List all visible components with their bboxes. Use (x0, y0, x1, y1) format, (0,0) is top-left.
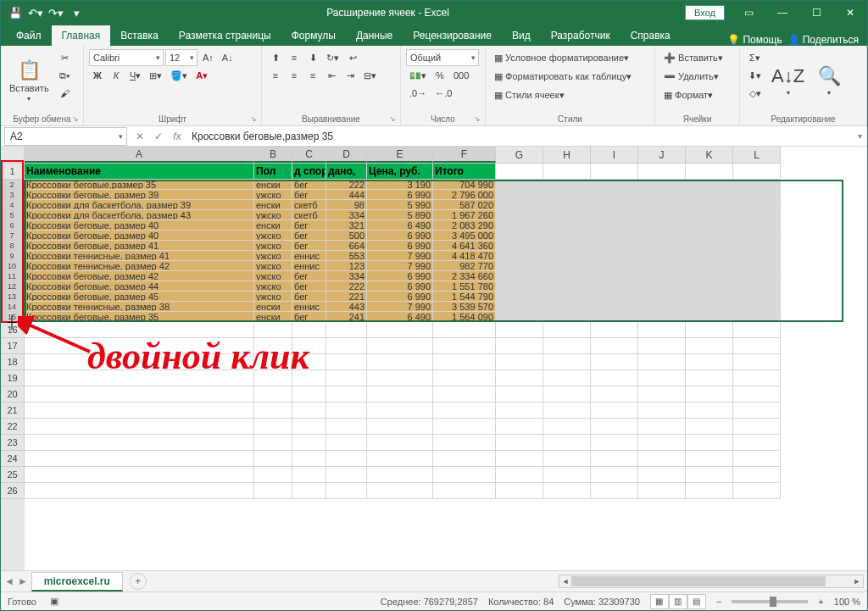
cell[interactable]: ужско (254, 210, 292, 220)
cell[interactable] (733, 386, 781, 403)
cell[interactable] (591, 241, 638, 251)
cell[interactable]: енски (254, 180, 292, 190)
cell[interactable] (638, 164, 686, 180)
cell[interactable] (496, 467, 543, 483)
fill-color-icon[interactable]: 🪣▾ (167, 67, 191, 84)
cell[interactable] (591, 370, 638, 386)
cell[interactable]: 587 020 (433, 200, 496, 210)
cell[interactable] (686, 483, 733, 499)
scroll-right-icon[interactable]: ► (851, 575, 863, 587)
cell[interactable]: 4 418 470 (433, 251, 496, 261)
align-left-icon[interactable]: ≡ (267, 67, 284, 84)
cell[interactable] (733, 261, 781, 271)
cell[interactable] (25, 451, 254, 467)
cell[interactable] (326, 435, 367, 451)
cell[interactable]: 444 (326, 190, 367, 200)
row-header-22[interactable]: 22 (1, 419, 25, 435)
cell[interactable]: ужско (254, 241, 292, 251)
cell[interactable] (591, 338, 638, 354)
number-launcher-icon[interactable]: ↘ (472, 114, 482, 124)
cell[interactable] (686, 451, 733, 467)
cell[interactable] (433, 451, 496, 467)
cell[interactable]: 1 544 790 (433, 292, 496, 302)
cell[interactable] (686, 241, 733, 251)
alignment-launcher-icon[interactable]: ↘ (387, 114, 398, 124)
cell[interactable] (543, 241, 591, 251)
col-header-B[interactable]: B (254, 147, 292, 163)
cell[interactable] (686, 180, 733, 190)
scroll-thumb[interactable] (571, 576, 826, 586)
col-header-C[interactable]: C (292, 147, 326, 163)
cell[interactable] (733, 231, 781, 241)
spreadsheet-grid[interactable]: ABCDEFGHIJKL 123456789101112131415161718… (1, 147, 867, 570)
row-header-24[interactable]: 24 (1, 451, 25, 467)
cell[interactable] (638, 386, 686, 403)
cell[interactable] (543, 210, 591, 220)
cell[interactable] (686, 231, 733, 241)
cell[interactable] (686, 271, 733, 281)
cell[interactable]: Кроссовки беговые, размер 39 (25, 190, 254, 200)
cell[interactable] (638, 281, 686, 292)
tab-pagelayout[interactable]: Разметка страницы (169, 25, 281, 46)
cell[interactable]: бег (292, 231, 326, 241)
cell[interactable] (686, 467, 733, 483)
enter-formula-icon[interactable]: ✓ (149, 131, 168, 142)
cell[interactable] (254, 435, 292, 451)
cell[interactable]: ужско (254, 251, 292, 261)
qat-customize-icon[interactable]: ▾ (67, 3, 86, 22)
cell[interactable] (433, 419, 496, 435)
cell[interactable] (733, 451, 781, 467)
copy-icon[interactable]: ⧉▾ (56, 67, 74, 84)
cell[interactable] (543, 370, 591, 386)
cell[interactable]: 3 190 (367, 180, 433, 190)
cell[interactable]: 3 495 000 (433, 231, 496, 241)
cell[interactable]: бег (292, 180, 326, 190)
cell[interactable] (292, 483, 326, 499)
zoom-in-icon[interactable]: + (818, 597, 823, 607)
row-header-19[interactable]: 19 (1, 370, 25, 386)
cell[interactable] (733, 271, 781, 281)
cell[interactable] (496, 354, 543, 370)
cell[interactable] (543, 180, 591, 190)
cell[interactable]: 321 (326, 220, 367, 231)
cell[interactable]: 7 990 (367, 251, 433, 261)
cell[interactable] (638, 338, 686, 354)
cell[interactable] (638, 483, 686, 499)
column-headers[interactable]: ABCDEFGHIJKL (25, 147, 781, 164)
row-header-25[interactable]: 25 (1, 467, 25, 483)
cell[interactable] (591, 261, 638, 271)
cell[interactable] (733, 292, 781, 302)
minimize-icon[interactable]: — (765, 1, 799, 25)
cell[interactable]: Пол (254, 164, 292, 180)
cell[interactable] (496, 338, 543, 354)
cell[interactable] (25, 483, 254, 499)
cell[interactable] (638, 354, 686, 370)
cell[interactable] (496, 281, 543, 292)
cell[interactable]: Наименование (25, 164, 254, 180)
cell[interactable] (686, 281, 733, 292)
cell[interactable]: еннис (292, 261, 326, 271)
cell[interactable] (496, 220, 543, 231)
tellme-button[interactable]: 💡Помощь (727, 34, 782, 46)
col-header-I[interactable]: I (591, 147, 638, 163)
cell[interactable] (591, 200, 638, 210)
cell[interactable] (25, 467, 254, 483)
borders-icon[interactable]: ⊞▾ (146, 67, 165, 84)
cell[interactable]: 6 990 (367, 292, 433, 302)
cell-styles-button[interactable]: ▦ Стили ячеек▾ (491, 86, 649, 103)
redo-icon[interactable]: ↷▾ (47, 3, 65, 22)
number-format-combo[interactable]: Общий (406, 49, 479, 66)
cell[interactable] (686, 251, 733, 261)
cell[interactable] (733, 241, 781, 251)
cell[interactable] (433, 386, 496, 403)
cell[interactable]: д спор (292, 164, 326, 180)
add-sheet-button[interactable]: + (130, 573, 147, 590)
cell[interactable] (733, 220, 781, 231)
cell[interactable] (733, 164, 781, 180)
cell[interactable]: бег (292, 312, 326, 322)
cell[interactable] (638, 251, 686, 261)
cell[interactable] (686, 386, 733, 403)
tab-help[interactable]: Справка (620, 25, 681, 46)
cell[interactable] (367, 419, 433, 435)
cell[interactable]: Кроссовки для баскетбола, размер 43 (25, 210, 254, 220)
